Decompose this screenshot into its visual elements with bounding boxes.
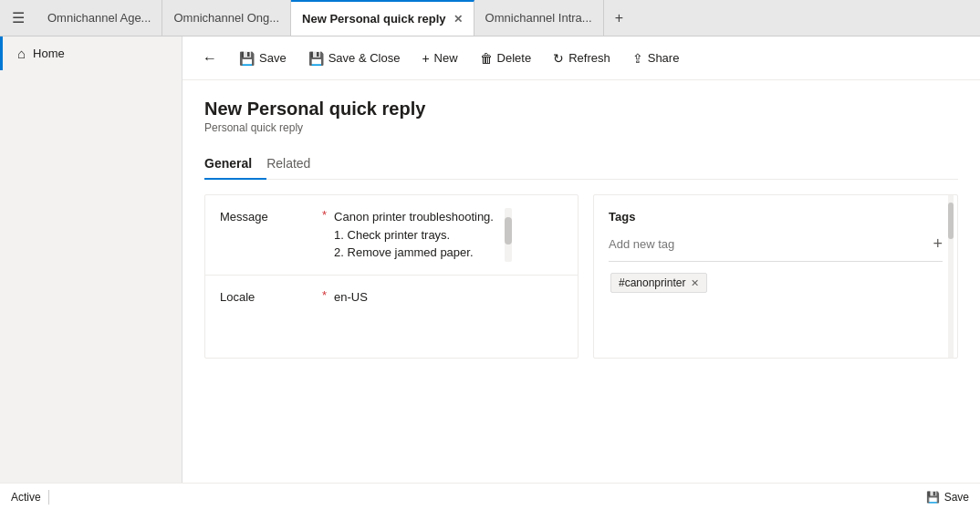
message-required: * (322, 208, 327, 222)
refresh-icon: ↻ (553, 51, 564, 66)
tags-input-row: + (609, 234, 943, 262)
locale-required: * (322, 288, 327, 302)
tags-title: Tags (609, 210, 943, 224)
hamburger-menu[interactable]: ☰ (0, 0, 36, 36)
tags-scrollbar[interactable] (948, 195, 954, 358)
share-label: Share (648, 51, 680, 65)
save-close-button[interactable]: 💾 Save & Close (299, 47, 410, 70)
tags-chips: #canonprinter ✕ (609, 271, 943, 295)
status-save-icon: 💾 (926, 491, 940, 504)
message-label: Message (220, 208, 320, 224)
tab-label: New Personal quick reply (302, 12, 446, 26)
content-area: ← 💾 Save 💾 Save & Close + New 🗑 Delete ↻… (182, 36, 980, 483)
sidebar-item-home[interactable]: ⌂ Home (0, 36, 182, 70)
form-left: Message * Canon printer troubleshooting.… (204, 194, 579, 359)
delete-label: Delete (497, 51, 532, 65)
share-button[interactable]: ⇪ Share (623, 47, 689, 70)
page-title: New Personal quick reply (204, 99, 958, 120)
new-label: New (434, 51, 458, 65)
message-field: Message * Canon printer troubleshooting.… (205, 195, 578, 276)
tab-add-button[interactable]: + (604, 0, 634, 36)
tab-navigation: General Related (204, 149, 958, 180)
add-tag-button[interactable]: + (933, 234, 943, 254)
tags-scrollbar-thumb (948, 203, 954, 239)
tab-label: Omnichannel Age... (47, 11, 151, 25)
sidebar: ⌂ Home (0, 36, 182, 483)
save-button[interactable]: 💾 Save (230, 47, 296, 70)
page-subtitle: Personal quick reply (204, 121, 958, 134)
save-close-label: Save & Close (328, 51, 401, 65)
save-close-icon: 💾 (308, 51, 324, 66)
locale-value: en-US (334, 288, 563, 307)
locale-field: Locale * en-US (205, 276, 578, 319)
new-icon: + (422, 51, 429, 66)
tab-general[interactable]: General (204, 149, 266, 180)
tab-related[interactable]: Related (266, 149, 325, 180)
tab-label: Omnichannel Ong... (173, 11, 279, 25)
main-layout: ⌂ Home ← 💾 Save 💾 Save & Close + New 🗑 D… (0, 36, 980, 483)
refresh-button[interactable]: ↻ Refresh (544, 47, 620, 70)
tag-chip-label: #canonprinter (619, 276, 685, 289)
message-scrollbar[interactable] (505, 208, 512, 262)
locale-label: Locale (220, 288, 320, 304)
home-icon: ⌂ (17, 46, 26, 61)
save-label: Save (259, 51, 287, 65)
tags-section: Tags + #canonprinter ✕ (593, 194, 958, 359)
status-divider (48, 490, 49, 505)
message-scrollbar-thumb (505, 217, 512, 245)
status-bar: Active 💾 Save (0, 483, 980, 510)
tab-label: Omnichannel Intra... (485, 11, 592, 25)
tab-bar: ☰ Omnichannel Age... Omnichannel Ong... … (0, 0, 980, 36)
save-icon: 💾 (239, 51, 255, 66)
tab-omnichannel-intra[interactable]: Omnichannel Intra... (474, 0, 604, 36)
status-save-label: Save (944, 491, 969, 504)
refresh-label: Refresh (568, 51, 610, 65)
tab-omnichannel-ong[interactable]: Omnichannel Ong... (162, 0, 291, 36)
message-scroll-wrapper: Canon printer troubleshooting.1. Check p… (334, 208, 563, 262)
status-save-button[interactable]: 💾 Save (926, 491, 969, 504)
page-content: New Personal quick reply Personal quick … (182, 80, 980, 483)
new-button[interactable]: + New (412, 47, 466, 70)
delete-icon: 🗑 (480, 51, 493, 66)
tab-close-icon[interactable]: ✕ (454, 13, 463, 26)
share-icon: ⇪ (632, 51, 643, 66)
status-left: Active (11, 490, 49, 505)
tab-omnichannel-age[interactable]: Omnichannel Age... (36, 0, 162, 36)
status-label: Active (11, 491, 41, 504)
tag-remove-icon[interactable]: ✕ (691, 277, 699, 289)
message-text[interactable]: Canon printer troubleshooting.1. Check p… (334, 208, 501, 262)
sidebar-home-label: Home (33, 47, 65, 60)
form-section: Message * Canon printer troubleshooting.… (204, 194, 958, 359)
tab-new-personal-quick-reply[interactable]: New Personal quick reply ✕ (291, 0, 474, 36)
tag-chip: #canonprinter ✕ (610, 273, 707, 293)
toolbar: ← 💾 Save 💾 Save & Close + New 🗑 Delete ↻… (182, 36, 980, 80)
message-value-container: Canon printer troubleshooting.1. Check p… (334, 208, 563, 262)
back-button[interactable]: ← (193, 46, 226, 71)
delete-button[interactable]: 🗑 Delete (471, 47, 541, 70)
tag-input[interactable] (609, 237, 933, 251)
